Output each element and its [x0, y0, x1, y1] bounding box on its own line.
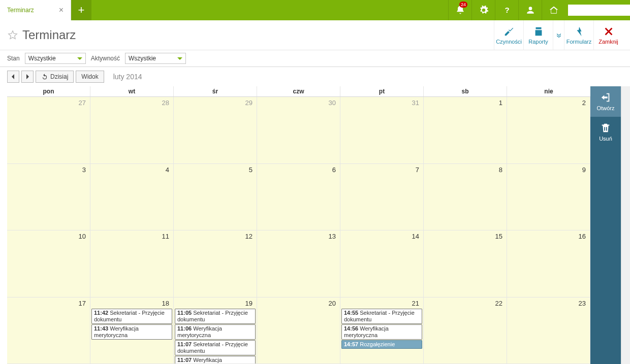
notification-badge: 24 [459, 2, 467, 8]
prev-button[interactable] [7, 71, 19, 83]
action-czynnosci[interactable]: Czynności [494, 20, 523, 50]
home-icon[interactable] [542, 0, 565, 20]
help-icon[interactable]: ? [495, 0, 518, 20]
raporty-dropdown[interactable] [553, 20, 564, 50]
search-box [565, 0, 630, 20]
today-button[interactable]: Dzisiaj [36, 71, 74, 83]
tab-label: Terminarz [7, 7, 34, 14]
star-icon[interactable] [7, 29, 18, 41]
view-button[interactable]: Widok [76, 71, 104, 83]
svg-text:?: ? [505, 6, 509, 14]
search-input[interactable] [568, 5, 630, 16]
akt-label: Aktywność [91, 55, 120, 62]
tab-terminarz[interactable]: Terminarz × [0, 0, 71, 20]
user-icon[interactable] [518, 0, 542, 20]
action-raporty[interactable]: Raporty [523, 20, 553, 50]
close-icon[interactable]: × [59, 6, 64, 15]
action-formularz[interactable]: Formularz [564, 20, 593, 50]
action-zamknij[interactable]: Zamknij [593, 20, 623, 50]
gear-icon[interactable] [471, 0, 495, 20]
stan-label: Stan [7, 55, 20, 62]
add-tab-button[interactable]: + [71, 0, 91, 20]
stan-select[interactable]: Wszystkie [25, 53, 86, 64]
bell-icon[interactable]: 24 [448, 0, 471, 20]
akt-select[interactable]: Wszystkie [125, 53, 186, 64]
month-label: luty 2014 [113, 73, 142, 81]
page-title: Terminarz [22, 28, 494, 42]
next-button[interactable] [21, 71, 34, 83]
